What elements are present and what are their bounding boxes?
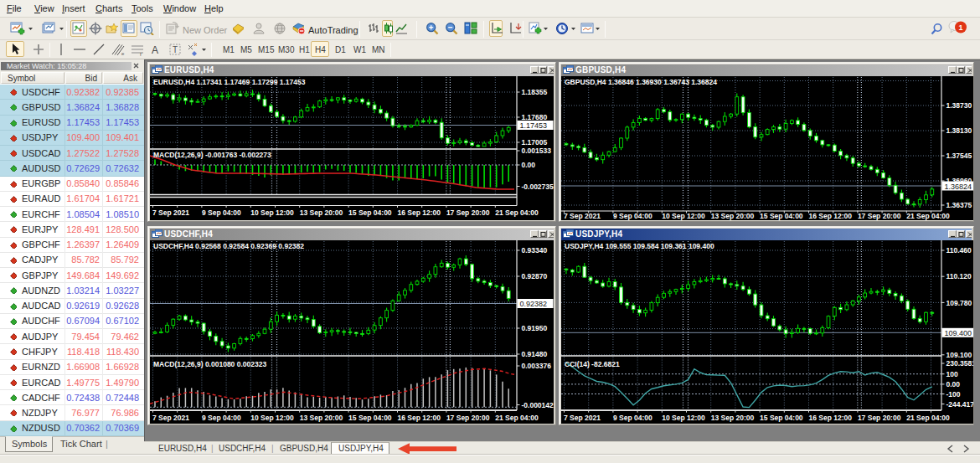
svg-text:17 Sep 20:00: 17 Sep 20:00 bbox=[858, 212, 901, 220]
svg-text:1.36375: 1.36375 bbox=[946, 201, 972, 209]
svg-text:e: e bbox=[121, 51, 125, 56]
svg-text:21 Sep 04:00: 21 Sep 04:00 bbox=[906, 414, 950, 422]
svg-text:0.91480: 0.91480 bbox=[522, 350, 548, 358]
svg-text:110.120: 110.120 bbox=[946, 272, 972, 280]
svg-text:10 Sep 12:00: 10 Sep 12:00 bbox=[662, 212, 705, 220]
svg-text:16 Sep 12:00: 16 Sep 12:00 bbox=[809, 414, 853, 422]
svg-text:9 Sep 04:00: 9 Sep 04:00 bbox=[613, 414, 652, 422]
svg-text:16 Sep 12:00: 16 Sep 12:00 bbox=[398, 414, 441, 422]
svg-text:1.18355: 1.18355 bbox=[522, 88, 548, 96]
svg-text:7 Sep 2021: 7 Sep 2021 bbox=[564, 414, 601, 422]
svg-text:16 Sep 12:00: 16 Sep 12:00 bbox=[809, 212, 853, 220]
svg-text:15 Sep 04:00: 15 Sep 04:00 bbox=[348, 414, 392, 422]
svg-text:MACD(12,26,9) 0.001080 0.00232: MACD(12,26,9) 0.001080 0.002323 bbox=[153, 360, 266, 368]
svg-text:100: 100 bbox=[946, 370, 958, 378]
svg-text:-100: -100 bbox=[946, 390, 961, 399]
svg-text:-0.000142: -0.000142 bbox=[522, 401, 554, 409]
svg-text:9 Sep 04:00: 9 Sep 04:00 bbox=[613, 212, 652, 220]
svg-text:0.92382: 0.92382 bbox=[520, 300, 548, 308]
svg-text:1.17680: 1.17680 bbox=[522, 113, 548, 121]
svg-text:21 Sep 04:00: 21 Sep 04:00 bbox=[495, 208, 539, 217]
svg-text:0.00: 0.00 bbox=[522, 161, 536, 169]
svg-text:17 Sep 20:00: 17 Sep 20:00 bbox=[446, 208, 490, 217]
svg-text:15 Sep 04:00: 15 Sep 04:00 bbox=[348, 208, 392, 217]
svg-text:1.36824: 1.36824 bbox=[945, 183, 972, 191]
svg-text:109.100: 109.100 bbox=[946, 351, 972, 359]
svg-text:10 Sep 12:00: 10 Sep 12:00 bbox=[250, 208, 294, 217]
svg-text:9 Sep 04:00: 9 Sep 04:00 bbox=[202, 414, 241, 422]
svg-text:7 Sep 2021: 7 Sep 2021 bbox=[152, 208, 189, 217]
svg-text:10 Sep 12:00: 10 Sep 12:00 bbox=[250, 414, 294, 422]
svg-text:0.91950: 0.91950 bbox=[522, 324, 548, 332]
svg-text:1.38730: 1.38730 bbox=[946, 101, 972, 110]
svg-text:109.400: 109.400 bbox=[945, 329, 972, 337]
svg-text:-244.4176: -244.4176 bbox=[946, 400, 974, 409]
svg-text:15 Sep 04:00: 15 Sep 04:00 bbox=[760, 414, 803, 422]
svg-text:13 Sep 20:00: 13 Sep 20:00 bbox=[300, 208, 343, 217]
svg-text:1.17453: 1.17453 bbox=[520, 121, 548, 130]
svg-text:USDCHF,H4 0.92568 0.92584 0.92: USDCHF,H4 0.92568 0.92584 0.92369 0.9238… bbox=[153, 242, 304, 250]
svg-text:17 Sep 20:00: 17 Sep 20:00 bbox=[446, 414, 490, 422]
svg-text:1.37545: 1.37545 bbox=[946, 152, 972, 160]
svg-text:0.001533: 0.001533 bbox=[522, 147, 552, 155]
svg-text:GBPUSD,H4 1.36846 1.36930 1.36: GBPUSD,H4 1.36846 1.36930 1.36743 1.3682… bbox=[565, 78, 717, 86]
svg-text:MACD(12,26,9) -0.001763 -0.002: MACD(12,26,9) -0.001763 -0.002273 bbox=[153, 151, 271, 159]
svg-text:1: 1 bbox=[958, 23, 962, 32]
svg-text:17 Sep 20:00: 17 Sep 20:00 bbox=[858, 414, 901, 422]
svg-text:7 Sep 2021: 7 Sep 2021 bbox=[564, 212, 601, 220]
svg-text:13 Sep 20:00: 13 Sep 20:00 bbox=[300, 414, 343, 422]
svg-text:15 Sep 04:00: 15 Sep 04:00 bbox=[760, 212, 803, 220]
svg-text:CCI(14) -82.6821: CCI(14) -82.6821 bbox=[565, 360, 620, 368]
svg-text:9 Sep 04:00: 9 Sep 04:00 bbox=[202, 208, 241, 217]
svg-text:21 Sep 04:00: 21 Sep 04:00 bbox=[906, 212, 950, 220]
svg-text:EURUSD,H4 1.17341 1.17469 1.17: EURUSD,H4 1.17341 1.17469 1.17299 1.1745… bbox=[153, 78, 306, 86]
svg-text:0.93340: 0.93340 bbox=[522, 246, 548, 255]
svg-text:0.003376: 0.003376 bbox=[522, 362, 552, 370]
svg-text:110.460: 110.460 bbox=[946, 246, 972, 255]
svg-text:0.00: 0.00 bbox=[946, 380, 961, 388]
svg-text:16 Sep 12:00: 16 Sep 12:00 bbox=[398, 208, 441, 217]
svg-text:1.17005: 1.17005 bbox=[522, 138, 548, 147]
svg-text:7 Sep 2021: 7 Sep 2021 bbox=[152, 414, 189, 422]
svg-text:T: T bbox=[173, 45, 178, 54]
svg-text:1.38130: 1.38130 bbox=[946, 126, 972, 135]
svg-text:USDJPY,H4 109.555 109.584 109.: USDJPY,H4 109.555 109.584 109.361 109.40… bbox=[565, 242, 714, 250]
svg-text:109.780: 109.780 bbox=[946, 299, 972, 307]
svg-text:0.92870: 0.92870 bbox=[522, 272, 548, 280]
svg-text:21 Sep 04:00: 21 Sep 04:00 bbox=[495, 414, 539, 422]
svg-text:10 Sep 12:00: 10 Sep 12:00 bbox=[662, 414, 705, 422]
svg-text:230.3581: 230.3581 bbox=[946, 359, 974, 368]
svg-text:-0.002735: -0.002735 bbox=[522, 183, 554, 191]
svg-text:13 Sep 20:00: 13 Sep 20:00 bbox=[711, 212, 755, 220]
svg-text:13 Sep 20:00: 13 Sep 20:00 bbox=[711, 414, 755, 422]
